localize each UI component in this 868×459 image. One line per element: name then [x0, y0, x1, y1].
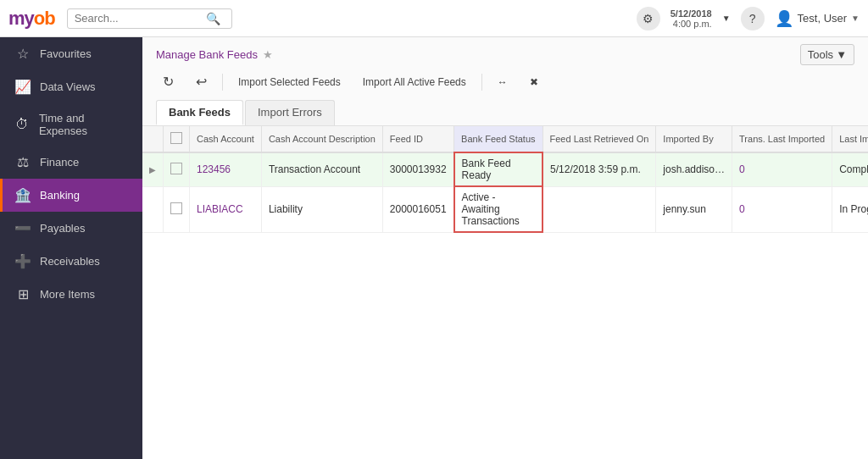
col-header-bank-feed-status: Bank Feed Status [454, 126, 542, 152]
col-header-cash-account: Cash Account [190, 126, 262, 152]
cash-account-link-0[interactable]: 123456 [197, 163, 231, 175]
tools-button[interactable]: Tools ▼ [800, 44, 854, 65]
bank-feeds-tab-label: Bank Feeds [169, 106, 231, 119]
sidebar-label-more-items: More Items [40, 288, 95, 301]
breadcrumb-text: Manage Bank Feeds [156, 48, 258, 61]
table-row[interactable]: LIABIACC Liability 2000016051 Active - A… [142, 186, 868, 232]
column-fit-button[interactable]: ↔ [491, 73, 515, 91]
sidebar-item-more-items[interactable]: ⊞ More Items [0, 278, 142, 311]
sidebar-item-payables[interactable]: ➖ Payables [0, 212, 142, 245]
col-label-cash-account-desc: Cash Account Description [269, 134, 376, 144]
col-header-feed-id: Feed ID [382, 126, 453, 152]
toolbar-separator-2 [481, 74, 482, 91]
cell-last-imported-progress-0: Completed [832, 152, 868, 186]
trans-last-imported-link-0[interactable]: 0 [739, 163, 745, 175]
cell-feed-id-0: 3000013932 [382, 152, 453, 186]
imported-by-label-1: jenny.sun [663, 203, 705, 215]
import-all-label: Import All Active Feeds [363, 76, 466, 88]
sidebar-label-favourites: Favourites [40, 47, 92, 60]
favourite-star-icon[interactable]: ★ [263, 48, 273, 61]
close-icon: ✖ [530, 76, 538, 88]
help-icon-btn[interactable]: ? [741, 7, 765, 30]
trans-last-imported-link-1[interactable]: 0 [739, 203, 745, 215]
datetime-display: 5/12/2018 4:00 p.m. [670, 8, 712, 29]
feed-last-retrieved-label-0: 5/12/2018 3:59 p.m. [550, 163, 641, 175]
plus-icon: ➕ [14, 253, 31, 269]
cell-cash-account-desc-0: Transaction Account [261, 152, 382, 186]
close-button[interactable]: ✖ [523, 73, 545, 91]
col-header-trans-last-imported: Trans. Last Imported [732, 126, 832, 152]
cell-feed-last-retrieved-0: 5/12/2018 3:59 p.m. [542, 152, 656, 186]
user-dropdown-arrow: ▼ [851, 14, 860, 23]
sidebar-item-receivables[interactable]: ➕ Receivables [0, 245, 142, 278]
sidebar-item-time-and-expenses[interactable]: ⏱ Time and Expenses [0, 103, 142, 146]
cash-account-link-1[interactable]: LIABIACC [197, 203, 243, 215]
cell-expand-0[interactable]: ▶ [142, 152, 164, 186]
topbar-right: ⚙ 5/12/2018 4:00 p.m. ▼ ? 👤 Test, User ▼ [637, 7, 860, 30]
clock-icon: ⏱ [14, 117, 31, 132]
cell-trans-last-imported-0: 0 [732, 152, 832, 186]
star-icon: ☆ [14, 46, 31, 62]
sidebar-item-favourites[interactable]: ☆ Favourites [0, 37, 142, 70]
sidebar-label-finance: Finance [40, 156, 79, 169]
tools-dropdown-arrow: ▼ [836, 48, 847, 61]
bank-feed-status-label-1: Active - Awaiting Transactions [462, 191, 520, 227]
feed-id-label-1: 2000016051 [390, 203, 447, 215]
import-all-button[interactable]: Import All Active Feeds [356, 73, 473, 91]
cell-cash-account-desc-1: Liability [261, 186, 382, 232]
cell-feed-id-1: 2000016051 [382, 186, 453, 232]
scale-icon: ⚖ [14, 154, 31, 170]
content-area: Manage Bank Feeds ★ Tools ▼ ↻ ↩ Import S… [142, 37, 868, 459]
cell-select-0[interactable] [164, 152, 190, 186]
search-input[interactable] [75, 12, 206, 25]
grid-icon: ⊞ [14, 286, 31, 302]
chart-icon: 📈 [14, 79, 31, 95]
settings-icon-btn[interactable]: ⚙ [637, 7, 660, 30]
myob-logo: myob [8, 8, 55, 30]
col-header-last-imported-progress: Last Imported Progress [832, 126, 868, 152]
cell-select-1[interactable] [164, 186, 190, 232]
tab-bank-feeds[interactable]: Bank Feeds [156, 100, 243, 125]
bank-feeds-table: Cash Account Cash Account Description Fe… [142, 126, 868, 233]
cash-account-desc-label-1: Liability [269, 203, 303, 215]
feed-id-label-0: 3000013932 [390, 163, 447, 175]
sidebar-item-data-views[interactable]: 📈 Data Views [0, 70, 142, 103]
row-checkbox-0[interactable] [170, 163, 182, 174]
tab-import-errors[interactable]: Import Errors [245, 100, 335, 125]
col-header-select[interactable] [164, 126, 190, 152]
tabs: Bank Feeds Import Errors [156, 100, 854, 125]
cell-cash-account-0: 123456 [190, 152, 262, 186]
last-imported-progress-label-0: Completed [839, 163, 868, 175]
search-box[interactable]: 🔍 [67, 8, 232, 29]
fit-columns-icon: ↔ [498, 76, 508, 88]
undo-icon: ↩ [196, 74, 207, 90]
refresh-button[interactable]: ↻ [156, 70, 181, 93]
sidebar-label-payables: Payables [40, 222, 85, 235]
toolbar: ↻ ↩ Import Selected Feeds Import All Act… [156, 70, 854, 93]
cell-cash-account-1: LIABIACC [190, 186, 262, 232]
col-header-cash-account-desc: Cash Account Description [261, 126, 382, 152]
cell-bank-feed-status-1: Active - Awaiting Transactions [454, 186, 542, 232]
select-all-checkbox[interactable] [170, 132, 182, 144]
sidebar-item-finance[interactable]: ⚖ Finance [0, 146, 142, 179]
sidebar-label-banking: Banking [40, 189, 80, 202]
row-checkbox-1[interactable] [170, 202, 182, 214]
import-selected-label: Import Selected Feeds [238, 76, 341, 88]
import-selected-button[interactable]: Import Selected Feeds [231, 73, 348, 91]
user-info[interactable]: 👤 Test, User ▼ [775, 9, 860, 28]
cell-bank-feed-status-0: Bank Feed Ready [454, 152, 542, 186]
undo-button[interactable]: ↩ [189, 70, 214, 93]
dropdown-arrow-datetime[interactable]: ▼ [722, 14, 731, 23]
sidebar-item-banking[interactable]: 🏦 Banking [0, 179, 142, 212]
col-label-cash-account: Cash Account [197, 134, 254, 144]
tools-label: Tools [808, 48, 833, 61]
expand-arrow-icon: ▶ [149, 165, 156, 174]
user-label: Test, User [798, 12, 848, 25]
col-header-expand [142, 126, 164, 152]
table-row[interactable]: ▶ 123456 Transaction Account 3000013932 [142, 152, 868, 186]
col-label-trans-last-imported: Trans. Last Imported [739, 134, 825, 144]
col-label-bank-feed-status: Bank Feed Status [461, 134, 535, 144]
imported-by-label-0: josh.addiso… [663, 163, 725, 175]
search-icon: 🔍 [206, 12, 220, 25]
cell-feed-last-retrieved-1 [542, 186, 656, 232]
